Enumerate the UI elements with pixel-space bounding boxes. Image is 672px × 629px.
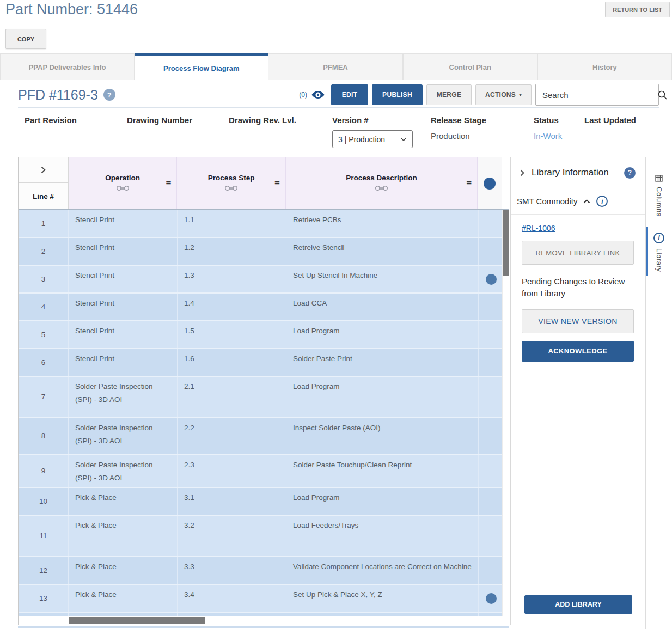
- cell-line-number: 2: [19, 238, 69, 265]
- cell-process-description: Load Program: [286, 321, 479, 348]
- cell-process-description: Load Program: [286, 488, 479, 515]
- edit-button[interactable]: EDIT: [331, 84, 368, 105]
- cell-line-number: 13: [19, 585, 69, 612]
- tab-process-flow-diagram[interactable]: Process Flow Diagram: [135, 53, 268, 80]
- column-menu-icon[interactable]: ≡: [466, 178, 472, 189]
- publish-button[interactable]: PUBLISH: [372, 84, 423, 105]
- cell-annotation: [479, 516, 503, 556]
- cell-process-description: Solder Paste Touchup/Clean Reprint: [286, 455, 479, 487]
- cell-annotation: [479, 349, 503, 376]
- tab-ppap-deliverables-info[interactable]: PPAP Deliverables Info: [0, 53, 135, 80]
- table-row: 12 Pick & Place 3.3 Validate Component L…: [19, 557, 503, 585]
- cell-annotation: [479, 210, 503, 237]
- divider: [18, 107, 659, 108]
- cell-process-description: Load CCA: [286, 294, 479, 320]
- cell-operation: Stencil Print: [69, 210, 178, 237]
- metadata-field: Release Stage Production: [431, 115, 486, 141]
- tab-label: Control Plan: [449, 63, 491, 71]
- tab-label: History: [592, 63, 617, 71]
- tab-history[interactable]: History: [537, 53, 672, 80]
- metadata-field: Version # 3 | Production: [332, 115, 413, 148]
- cell-process-step: 1.1: [178, 210, 286, 237]
- help-icon[interactable]: ?: [103, 89, 115, 101]
- search-icon[interactable]: [657, 90, 668, 100]
- return-to-list-button[interactable]: RETURN TO LIST: [605, 2, 670, 17]
- table-row: 11 Pick & Place 3.2 Load Feeders/Trays: [19, 516, 503, 557]
- cell-line-number: 1: [19, 210, 69, 237]
- tab-pfmea[interactable]: PFMEA: [268, 53, 402, 80]
- row-annotation-dot[interactable]: [486, 274, 497, 285]
- cell-annotation: [479, 557, 503, 584]
- cell-operation: Solder Paste Inspection (SPI) - 3D AOI: [69, 418, 178, 454]
- table-header: Line # Operation ≡ Process Step ≡ Proces…: [19, 157, 509, 210]
- table-row: 9 Solder Paste Inspection (SPI) - 3D AOI…: [19, 455, 503, 488]
- cell-line-number: 10: [19, 488, 69, 515]
- library-tab-info-icon: i: [653, 233, 664, 243]
- actions-button[interactable]: ACTIONS ▾: [475, 84, 532, 105]
- vertical-scrollbar[interactable]: [502, 210, 509, 616]
- cell-operation: Pick & Place: [69, 516, 178, 556]
- cell-process-step: 3.3: [178, 557, 286, 584]
- metadata-field: Last Updated: [584, 115, 636, 131]
- library-information-panel: Library Information ? SMT Commodity i #R…: [510, 157, 645, 625]
- cell-line-number: 8: [19, 418, 69, 454]
- info-icon[interactable]: i: [596, 196, 608, 207]
- cell-operation: Pick & Place: [69, 585, 178, 612]
- table-row: 4 Stencil Print 1.4 Load CCA: [19, 294, 503, 321]
- vertical-scrollbar-thumb[interactable]: [503, 210, 509, 276]
- cell-annotation: [479, 585, 503, 612]
- library-link[interactable]: #RL-1006: [522, 224, 555, 233]
- table-row: 1 Stencil Print 1.1 Retrieve PCBs: [19, 210, 503, 238]
- cell-annotation: [479, 294, 503, 320]
- metadata-field: Part Revision: [25, 115, 77, 131]
- merge-button[interactable]: MERGE: [426, 84, 472, 105]
- column-menu-icon[interactable]: ≡: [166, 178, 171, 189]
- annotation-dot-icon[interactable]: [484, 178, 496, 190]
- view-new-version-button[interactable]: VIEW NEW VERSION: [522, 309, 634, 333]
- horizontal-scrollbar-thumb[interactable]: [69, 617, 205, 624]
- search-box: [535, 84, 659, 106]
- metadata-field: Drawing Rev. Lvl.: [229, 115, 296, 131]
- side-tab-label: Columns: [655, 187, 663, 217]
- eye-icon[interactable]: [311, 90, 325, 100]
- row-annotation-dot[interactable]: [486, 593, 497, 604]
- field-label: Version #: [332, 115, 369, 125]
- commodity-section-header[interactable]: SMT Commodity i: [511, 188, 645, 215]
- pending-changes-text: Pending Changes to Review from Library: [522, 276, 634, 300]
- remove-library-link-button[interactable]: REMOVE LIBRARY LINK: [522, 241, 634, 265]
- link-icon: [375, 184, 388, 193]
- field-value: Production: [431, 131, 486, 141]
- cell-process-description: Load Program: [286, 377, 479, 417]
- column-menu-icon[interactable]: ≡: [274, 178, 280, 189]
- library-help-icon[interactable]: ?: [624, 167, 636, 179]
- horizontal-scrollbar[interactable]: [19, 616, 503, 625]
- acknowledge-button[interactable]: ACKNOWLEDGE: [522, 341, 634, 362]
- copy-button[interactable]: COPY: [5, 29, 46, 49]
- cell-operation: Stencil Print: [69, 238, 178, 265]
- pfd-title: PFD #1169-3: [18, 87, 98, 103]
- cell-annotation: [479, 238, 503, 265]
- cell-process-step: 1.6: [178, 349, 286, 376]
- side-tab-library[interactable]: i Library: [646, 224, 672, 279]
- table-body: 1 Stencil Print 1.1 Retrieve PCBs 2 Sten…: [19, 210, 503, 616]
- cell-process-step: 2.2: [178, 418, 286, 454]
- link-icon: [224, 184, 238, 193]
- table-row: 10 Pick & Place 3.1 Load Program: [19, 488, 503, 516]
- library-information-header[interactable]: Library Information ?: [511, 157, 645, 188]
- cell-process-step: 2.3: [178, 455, 286, 487]
- side-tab-columns[interactable]: Columns: [646, 157, 672, 224]
- column-label: Process Step: [208, 174, 255, 182]
- expand-columns-button[interactable]: [19, 157, 68, 183]
- table-row: 8 Solder Paste Inspection (SPI) - 3D AOI…: [19, 418, 503, 455]
- version-select[interactable]: 3 | Production: [332, 130, 413, 148]
- cell-process-description: Validate Component Locations are Correct…: [286, 557, 479, 584]
- cell-annotation: [479, 266, 503, 292]
- pfd-page: Part Number: 51446 RETURN TO LIST COPY P…: [0, 0, 672, 629]
- tab-control-plan[interactable]: Control Plan: [403, 53, 537, 80]
- pfd-header: PFD #1169-3 ? (0) EDIT PUBLISH MERGE ACT…: [18, 83, 659, 106]
- add-library-button[interactable]: ADD LIBRARY: [524, 595, 632, 614]
- cell-operation: Pick & Place: [69, 488, 178, 515]
- scrollbar-header-gap: [502, 157, 509, 209]
- chevron-right-icon: [520, 169, 524, 176]
- search-input[interactable]: [536, 90, 657, 100]
